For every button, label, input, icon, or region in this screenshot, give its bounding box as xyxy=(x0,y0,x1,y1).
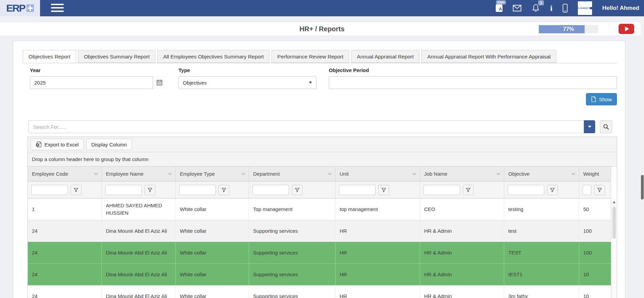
objective-period-input[interactable] xyxy=(329,76,617,89)
table-row[interactable]: 24Dina Mounir Abd El Aziz AliWhite colla… xyxy=(28,242,611,264)
filter-input-employee-type[interactable] xyxy=(179,185,216,195)
hamburger-menu-icon[interactable] xyxy=(51,4,64,13)
filter-funnel-icon xyxy=(597,188,602,192)
page-scrollbar-thumb[interactable] xyxy=(641,175,644,199)
language-badge: ENG xyxy=(496,0,506,4)
filter-input-employee-name[interactable] xyxy=(105,185,142,195)
cell-objective: test xyxy=(504,220,579,242)
company-logo[interactable]: CLOUDSOFT xyxy=(578,1,592,15)
chevron-down-icon xyxy=(412,173,416,175)
filter-funnel-icon xyxy=(222,188,226,192)
video-play-button[interactable] xyxy=(619,24,634,34)
page-scrollbar[interactable] xyxy=(641,16,644,298)
filter-button-employee-code[interactable] xyxy=(71,185,81,195)
column-label: Job Name xyxy=(424,171,447,177)
cell-job-name: HR & Admin xyxy=(420,242,504,263)
show-button-label: Show xyxy=(599,97,612,102)
export-to-excel-label: Export to Excel xyxy=(44,142,79,147)
search-dropdown-button[interactable] xyxy=(584,120,595,133)
filter-funnel-icon xyxy=(550,188,555,192)
group-by-drop-zone[interactable]: Drop a column header here to group by th… xyxy=(28,152,617,166)
column-header-job-name[interactable]: Job Name xyxy=(420,166,504,181)
cell-employee-name: AHMED SAYED AHMED HUSSIEN xyxy=(102,198,176,220)
cell-weight: 100 xyxy=(579,220,611,242)
cell-department: Supporting services xyxy=(249,285,336,298)
filter-button-department[interactable] xyxy=(292,185,303,195)
app-logo[interactable]: ERP xyxy=(0,0,40,16)
excel-file-icon xyxy=(36,141,42,147)
page-header: HR+ / Reports 77% xyxy=(0,22,644,35)
filter-input-job-name[interactable] xyxy=(423,185,460,195)
cell-employee-name: Dina Mounir Abd El Aziz Ali xyxy=(102,220,176,242)
progress-bar: 77% xyxy=(539,25,598,33)
column-header-department[interactable]: Department xyxy=(249,166,336,181)
column-header-employee-name[interactable]: Employee Name xyxy=(102,166,176,181)
year-input[interactable] xyxy=(30,76,166,89)
grid-toolbar: Export to Excel Display Column xyxy=(28,137,617,152)
filter-input-department[interactable] xyxy=(252,185,289,195)
type-field-group: Type Objectives xyxy=(178,67,317,89)
filter-button-unit[interactable] xyxy=(378,185,389,195)
filter-input-employee-code[interactable] xyxy=(31,185,68,195)
tab-all-employees-objectives-summary-report[interactable]: All Employees Objectives Summary Report xyxy=(157,50,269,63)
filter-cell-weight xyxy=(579,181,611,198)
filter-button-job-name[interactable] xyxy=(463,185,474,195)
info-icon[interactable]: i xyxy=(550,4,552,12)
search-button[interactable] xyxy=(600,120,612,133)
objective-period-field-group: Objective Period xyxy=(329,67,617,89)
filter-input-unit[interactable] xyxy=(339,185,376,195)
cell-job-name: HR & Admin xyxy=(420,285,504,298)
display-column-button[interactable]: Display Column xyxy=(86,139,132,150)
column-header-objective[interactable]: Objective xyxy=(504,166,579,181)
year-label: Year xyxy=(30,67,166,73)
cell-department: Supporting services xyxy=(249,264,336,285)
filter-button-employee-type[interactable] xyxy=(219,185,229,195)
cell-employee-code: 24 xyxy=(28,220,102,242)
app-logo-text: ERP xyxy=(6,2,25,14)
filter-input-weight[interactable] xyxy=(583,185,591,195)
column-header-employee-code[interactable]: Employee Code xyxy=(28,166,102,181)
column-header-unit[interactable]: Unit xyxy=(336,166,420,181)
filter-cell-employee-code xyxy=(28,181,102,198)
filter-input-objective[interactable] xyxy=(508,185,544,195)
export-to-excel-button[interactable]: Export to Excel xyxy=(31,139,84,150)
chevron-down-icon xyxy=(94,173,98,175)
table-row[interactable]: 24Dina Mounir Abd El Aziz AliWhite colla… xyxy=(28,264,611,285)
cell-job-name: HR & Admin xyxy=(420,220,504,242)
filter-funnel-icon xyxy=(295,188,300,192)
document-icon xyxy=(591,96,596,102)
tab-objectives-report[interactable]: Objectives Report xyxy=(23,50,76,63)
chevron-down-icon xyxy=(571,173,575,175)
filter-button-weight[interactable] xyxy=(594,185,605,195)
table-scrollbar[interactable] xyxy=(611,198,617,298)
filter-button-employee-name[interactable] xyxy=(145,185,155,195)
scroll-up-arrow-icon[interactable] xyxy=(613,201,615,203)
chevron-down-icon xyxy=(168,173,172,175)
mail-icon[interactable] xyxy=(513,5,522,12)
scrollbar-thumb[interactable] xyxy=(612,207,616,239)
notifications-bell-icon[interactable]: 1 xyxy=(532,4,540,13)
calendar-button[interactable] xyxy=(153,76,166,89)
mobile-app-icon[interactable] xyxy=(563,4,568,13)
column-header-employee-type[interactable]: Employee Type xyxy=(176,166,249,181)
cell-objective: TEST xyxy=(504,242,579,263)
type-select[interactable]: Objectives xyxy=(178,76,317,89)
filter-button-objective[interactable] xyxy=(547,185,558,195)
column-label: Unit xyxy=(340,171,349,177)
table-row[interactable]: 24Dina Mounir Abd El Aziz AliWhite colla… xyxy=(28,220,611,242)
language-translate-icon[interactable]: ENG A xyxy=(496,4,503,12)
cell-employee-name: Dina Mounir Abd El Aziz Ali xyxy=(102,285,176,298)
tab-performance-review-report[interactable]: Performance Review Report xyxy=(271,50,349,63)
table-row[interactable]: 24Dina Mounir Abd El Aziz AliWhite colla… xyxy=(28,285,611,298)
chevron-down-icon xyxy=(588,126,591,128)
table-row[interactable]: 1AHMED SAYED AHMED HUSSIENWhite collarTo… xyxy=(28,198,611,220)
show-button[interactable]: Show xyxy=(586,93,617,105)
tab-annual-appraisal-report[interactable]: Annual Appraisal Report xyxy=(351,50,419,63)
column-header-weight[interactable]: Weight xyxy=(579,166,611,181)
search-input[interactable] xyxy=(28,120,584,133)
company-logo-mark xyxy=(590,7,592,9)
tab-annual-appraisal-report-with-performance-appraisal[interactable]: Annual Appraisal Report With Performance… xyxy=(421,50,556,63)
cell-employee-type: White collar xyxy=(176,264,249,285)
tab-objectives-summary-report[interactable]: Objectives Summary Report xyxy=(78,50,155,63)
filter-funnel-icon xyxy=(74,188,78,192)
